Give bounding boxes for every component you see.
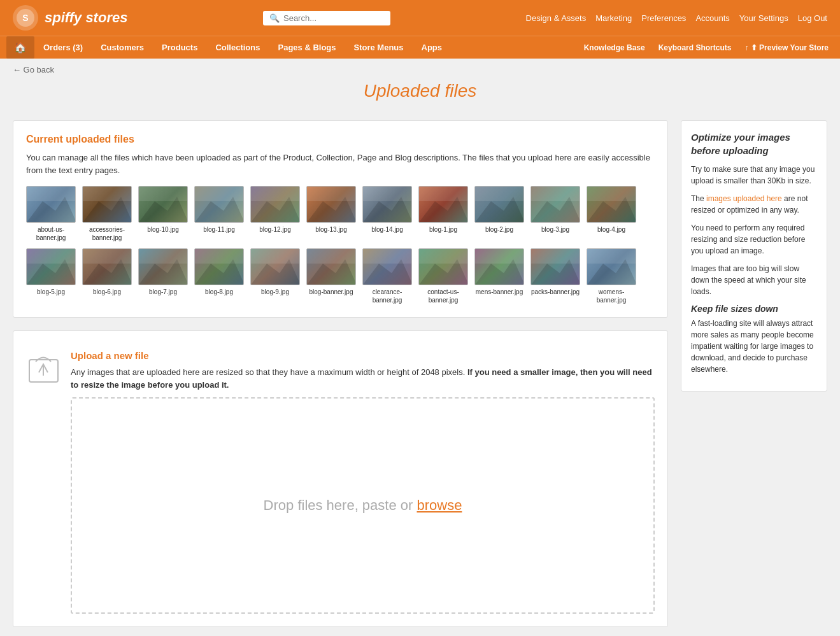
nav-design-assets[interactable]: Design & Assets bbox=[526, 13, 587, 23]
sidebar-optimize-title: Optimize your images before uploading bbox=[691, 131, 817, 157]
nav-collections[interactable]: Collections bbox=[206, 36, 269, 59]
svg-rect-39 bbox=[419, 249, 467, 264]
nav-pages-blogs[interactable]: Pages & Blogs bbox=[269, 36, 345, 59]
search-input[interactable] bbox=[283, 13, 379, 23]
nav-knowledge-base[interactable]: Knowledge Base bbox=[579, 37, 650, 59]
nav-accounts[interactable]: Accounts bbox=[695, 13, 729, 23]
file-item[interactable]: contact-us-banner.jpg bbox=[418, 248, 468, 304]
file-thumbnail bbox=[82, 186, 132, 223]
file-thumbnail bbox=[418, 186, 468, 223]
file-thumbnail bbox=[306, 248, 356, 285]
go-back-link[interactable]: ← Go back bbox=[0, 59, 67, 81]
svg-rect-11 bbox=[251, 187, 299, 201]
preview-label: ⬆ Preview Your Store bbox=[751, 43, 829, 52]
file-thumbnail-inner bbox=[83, 187, 131, 222]
current-files-desc: You can manage all the files which have … bbox=[26, 152, 655, 176]
sidebar: Optimize your images before uploading Tr… bbox=[681, 120, 827, 636]
file-item[interactable]: blog-4.jpg bbox=[587, 186, 636, 242]
file-item[interactable]: blog-5.jpg bbox=[26, 248, 76, 304]
file-item[interactable]: blog-banner.jpg bbox=[306, 248, 356, 304]
file-name: blog-banner.jpg bbox=[310, 288, 353, 296]
file-thumbnail bbox=[306, 186, 356, 223]
file-thumbnail-inner bbox=[475, 249, 523, 285]
file-item[interactable]: clearance-banner.jpg bbox=[362, 248, 412, 304]
file-name: blog-10.jpg bbox=[147, 225, 178, 234]
page-content: Current uploaded files You can manage al… bbox=[0, 111, 840, 636]
sidebar-tip2: The images uploaded here are not resized… bbox=[691, 193, 817, 216]
file-thumbnail bbox=[82, 248, 132, 285]
svg-rect-17 bbox=[419, 187, 467, 201]
search-bar[interactable]: 🔍 bbox=[263, 11, 390, 25]
upload-card: Upload a new file Any images that are up… bbox=[13, 330, 668, 627]
file-thumbnail bbox=[530, 186, 580, 223]
file-name: blog-2.jpg bbox=[485, 225, 513, 234]
preview-icon: ↑ bbox=[744, 43, 748, 52]
file-item[interactable]: blog-9.jpg bbox=[250, 248, 300, 304]
nav-store-menus[interactable]: Store Menus bbox=[345, 36, 413, 59]
file-name: mens-banner.jpg bbox=[476, 288, 523, 296]
sidebar-file-size-title: Keep file sizes down bbox=[691, 304, 817, 314]
file-item[interactable]: blog-12.jpg bbox=[250, 186, 300, 242]
svg-rect-3 bbox=[27, 187, 75, 201]
nav-home[interactable]: 🏠 bbox=[6, 36, 34, 59]
nav-preview-store[interactable]: ↑ ⬆ Preview Your Store bbox=[739, 37, 834, 59]
file-name: blog-6.jpg bbox=[93, 288, 121, 296]
files-grid: about-us-banner.jpgaccessories-banner.jp… bbox=[26, 186, 655, 304]
nav-marketing[interactable]: Marketing bbox=[595, 13, 632, 23]
browse-link[interactable]: browse bbox=[416, 497, 462, 513]
file-item[interactable]: blog-3.jpg bbox=[530, 186, 580, 242]
file-thumbnail-inner bbox=[139, 249, 187, 285]
file-item[interactable]: blog-6.jpg bbox=[82, 248, 132, 304]
file-name: contact-us-banner.jpg bbox=[418, 288, 468, 304]
file-thumbnail bbox=[530, 248, 580, 285]
file-item[interactable]: mens-banner.jpg bbox=[474, 248, 524, 304]
upload-icon bbox=[26, 350, 61, 385]
file-item[interactable]: blog-14.jpg bbox=[362, 186, 412, 242]
nav-your-settings[interactable]: Your Settings bbox=[739, 13, 788, 23]
file-item[interactable]: blog-11.jpg bbox=[194, 186, 244, 242]
file-item[interactable]: accessories-banner.jpg bbox=[82, 186, 132, 242]
file-item[interactable]: packs-banner.jpg bbox=[530, 248, 580, 304]
file-name: blog-1.jpg bbox=[429, 225, 457, 234]
drop-zone-text: Drop files here, paste or browse bbox=[264, 497, 462, 514]
file-item[interactable]: blog-2.jpg bbox=[474, 186, 524, 242]
file-thumbnail-inner bbox=[195, 187, 243, 222]
file-thumbnail bbox=[418, 248, 468, 285]
sidebar-tip3: You need to perform any required resizin… bbox=[691, 222, 817, 257]
drop-zone[interactable]: Drop files here, paste or browse bbox=[71, 397, 655, 614]
nav-customers[interactable]: Customers bbox=[92, 36, 153, 59]
svg-rect-31 bbox=[195, 249, 243, 264]
sidebar-uploaded-link[interactable]: images uploaded here bbox=[706, 194, 782, 203]
file-thumbnail-inner bbox=[307, 187, 355, 222]
file-item[interactable]: blog-13.jpg bbox=[306, 186, 356, 242]
file-name: blog-7.jpg bbox=[149, 288, 177, 296]
upload-icon-area bbox=[26, 350, 61, 385]
file-name: blog-13.jpg bbox=[315, 225, 346, 234]
nav-keyboard-shortcuts[interactable]: Keyboard Shortcuts bbox=[653, 37, 737, 59]
nav-logout[interactable]: Log Out bbox=[798, 13, 827, 23]
nav-preferences[interactable]: Preferences bbox=[641, 13, 686, 23]
logo-icon: S bbox=[13, 5, 38, 31]
file-item[interactable]: blog-7.jpg bbox=[138, 248, 188, 304]
nav-products[interactable]: Products bbox=[153, 36, 206, 59]
file-thumbnail bbox=[138, 248, 188, 285]
file-name: blog-14.jpg bbox=[371, 225, 402, 234]
file-item[interactable]: blog-8.jpg bbox=[194, 248, 244, 304]
svg-rect-43 bbox=[531, 249, 580, 264]
main-nav: 🏠 Orders (3) Customers Products Collecti… bbox=[0, 36, 840, 59]
svg-rect-21 bbox=[531, 187, 580, 201]
file-name: blog-11.jpg bbox=[203, 225, 234, 234]
file-item[interactable]: blog-1.jpg bbox=[418, 186, 468, 242]
upload-title: Upload a new file bbox=[71, 350, 655, 361]
file-thumbnail bbox=[474, 248, 524, 285]
svg-rect-37 bbox=[363, 249, 411, 264]
nav-orders[interactable]: Orders (3) bbox=[34, 36, 92, 59]
file-thumbnail bbox=[26, 248, 76, 285]
svg-rect-19 bbox=[475, 187, 523, 201]
file-item[interactable]: about-us-banner.jpg bbox=[26, 186, 76, 242]
nav-apps[interactable]: Apps bbox=[413, 36, 452, 59]
file-item[interactable]: blog-10.jpg bbox=[138, 186, 188, 242]
file-item[interactable]: womens-banner.jpg bbox=[587, 248, 636, 304]
main-column: Current uploaded files You can manage al… bbox=[13, 120, 668, 636]
search-icon: 🔍 bbox=[269, 13, 280, 23]
